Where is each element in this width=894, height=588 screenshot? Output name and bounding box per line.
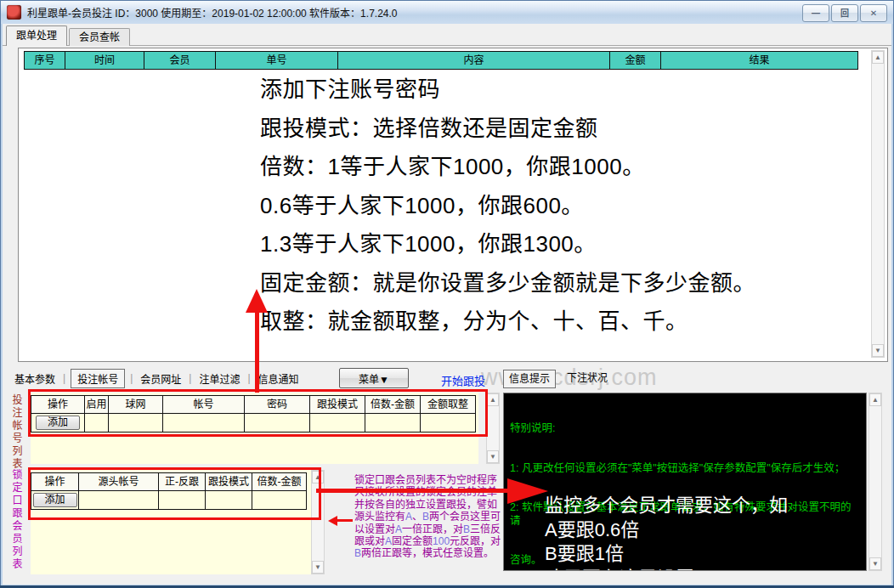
scroll-down-icon[interactable]: ▼	[487, 450, 499, 463]
info-console: 特别说明: 1: 凡更改任何设置必须在"菜单"按钮选择"保存参数配置"保存后才生…	[503, 393, 867, 571]
help-line: 1.3等于人家下1000，你跟1300。	[260, 225, 755, 264]
maximize-button[interactable]: 回	[831, 4, 858, 22]
annotation-right-arrow-icon	[507, 478, 548, 504]
scroll-up-icon[interactable]: ▲	[872, 51, 884, 64]
help-line: 跟投模式：选择倍数还是固定金额	[260, 110, 755, 149]
scroll-down-icon[interactable]: ▼	[869, 557, 881, 570]
help-line: 取整：就金额取整，分为个、十、百、千。	[260, 302, 755, 342]
tab-member-urls[interactable]: 会员网址	[138, 370, 184, 387]
annotation-up-arrow-head	[246, 289, 268, 313]
annotation-left-arrow-tail	[337, 519, 353, 522]
close-button[interactable]: ✕	[860, 4, 887, 22]
scroll-down-icon[interactable]: ▼	[872, 344, 884, 357]
col-content[interactable]: 内容	[338, 52, 610, 69]
note-line: 源头监控有A、B两个会员这里可	[354, 511, 506, 523]
note-line: 并按各自的独立设置跟投，譬如	[354, 499, 506, 511]
col-seq[interactable]: 序号	[25, 52, 65, 69]
tab-basic-params[interactable]: 基本参数	[12, 370, 58, 387]
minimize-icon: —	[812, 9, 820, 18]
note-line: 以设置对A一倍正跟，对B三倍反	[354, 523, 506, 535]
col-member[interactable]: 会员	[144, 52, 216, 69]
tab-order-filter[interactable]: 注单过滤	[196, 370, 242, 387]
annotation-rect-locked-members	[28, 467, 321, 520]
title-bar: 利星跟单-会员投注 ID：3000 使用期至：2019-01-02 12:00:…	[1, 1, 893, 24]
start-follow-button[interactable]: 开始跟投	[441, 372, 485, 388]
col-orderno[interactable]: 单号	[216, 52, 338, 69]
help-line: 0.6等于人家下1000，你跟600。	[260, 187, 755, 226]
tab-info-tip[interactable]: 信息提示	[503, 370, 556, 388]
app-window: 利星跟单-会员投注 ID：3000 使用期至：2019-01-02 12:00:…	[0, 0, 894, 588]
console-scrollbar[interactable]: ▲ ▼	[869, 393, 882, 571]
help-line: 添加下注账号密码	[260, 71, 755, 110]
tab-message-notify[interactable]: 信息通知	[256, 370, 302, 387]
order-table-header: 序号 时间 会员 单号 内容 金额 结果	[24, 51, 858, 70]
tab-separator: |	[130, 372, 133, 384]
col-time[interactable]: 时间	[65, 52, 144, 69]
console-white-line: 才需要在这里设置	[545, 567, 788, 572]
window-title: 利星跟单-会员投注 ID：3000 使用期至：2019-01-02 12:00:…	[27, 5, 398, 20]
tab-member-account[interactable]: 会员查帐	[69, 28, 130, 46]
help-line: 固定金额：就是你设置多少金额就是下多少金额。	[260, 264, 755, 303]
tabstrip-divider	[3, 45, 891, 46]
note-line: 跟或对A固定金额100元反跟，对	[354, 535, 506, 547]
annotation-rect-bet-accounts	[28, 389, 488, 437]
tab-separator: |	[247, 372, 250, 384]
client-area: 跟单处理 会员查帐 序号 时间 会员 单号 内容 金额 结果 添加下注账号密码 …	[3, 24, 891, 585]
annotation-connector-line	[316, 489, 513, 493]
minimize-button[interactable]: —	[802, 4, 829, 22]
window-controls: — 回 ✕	[802, 4, 887, 22]
col-result[interactable]: 结果	[661, 52, 857, 69]
monitor-hint-text: 监控多个会员才需要这个，如 A要跟0.6倍 B要跟1倍 才需要在这里设置	[545, 494, 788, 571]
order-list-scrollbar[interactable]: ▲ ▼	[871, 50, 885, 358]
note-line: B两倍正跟等，模式任意设置。	[354, 547, 506, 559]
tab-order-processing[interactable]: 跟单处理	[6, 25, 67, 46]
menu-button[interactable]: 菜单▼	[339, 368, 409, 388]
col-amount[interactable]: 金额	[610, 52, 661, 69]
tab-separator: |	[63, 372, 65, 384]
scroll-up-icon[interactable]: ▲	[487, 393, 499, 406]
console-green-line: 1: 凡更改任何设置必须在"菜单"按钮选择"保存参数配置"保存后才生效；	[510, 462, 858, 476]
tab-bet-accounts[interactable]: 投注帐号	[71, 369, 125, 388]
bet-accounts-scrollbar[interactable]: ▲ ▼	[486, 393, 500, 464]
annotation-up-arrow	[255, 313, 259, 393]
locked-members-note: 锁定口跟会员列表不为空时程序 只接收所设置的锁定会员的注单 并按各自的独立设置跟…	[354, 474, 506, 560]
locked-members-side-label: 锁定口跟会员列表	[9, 469, 24, 571]
console-white-line: B要跟1倍	[545, 542, 788, 567]
maximize-icon: 回	[840, 9, 849, 18]
scroll-down-icon[interactable]: ▼	[312, 561, 324, 574]
close-icon: ✕	[870, 9, 877, 18]
console-green-line: 特别说明:	[510, 422, 858, 436]
note-line: 锁定口跟会员列表不为空时程序	[354, 474, 506, 486]
console-white-line: 监控多个会员才需要这个，如	[545, 494, 788, 518]
scroll-up-icon[interactable]: ▲	[869, 393, 881, 406]
tab-bet-status[interactable]: 下注状况	[563, 370, 611, 387]
help-text: 添加下注账号密码 跟投模式：选择倍数还是固定金额 倍数：1等于人家下1000，你…	[260, 71, 755, 342]
console-white-line: A要跟0.6倍	[545, 518, 788, 543]
bet-accounts-side-label: 投注帐号列表	[9, 394, 24, 471]
app-icon	[7, 5, 21, 20]
help-line: 倍数：1等于人家下1000，你跟1000。	[260, 148, 755, 187]
tab-separator: |	[189, 372, 191, 384]
order-list-panel: 序号 时间 会员 单号 内容 金额 结果 添加下注账号密码 跟投模式：选择倍数还…	[18, 48, 888, 362]
